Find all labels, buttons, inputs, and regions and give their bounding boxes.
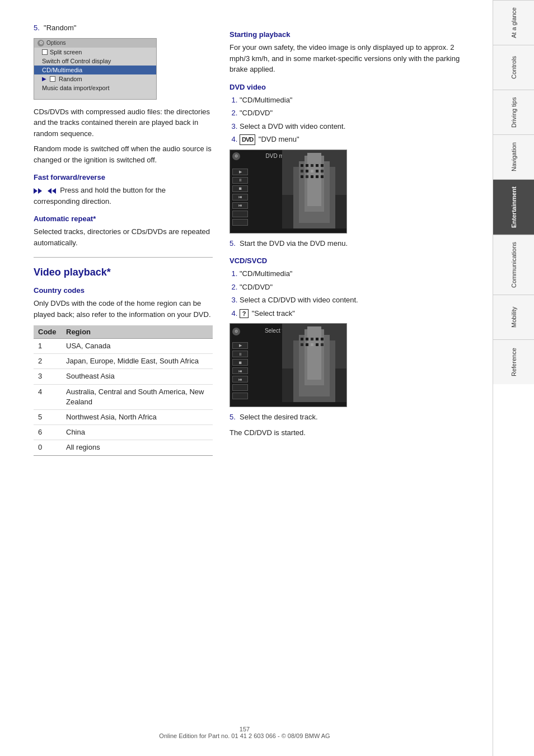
sidebar-tab-communications[interactable]: Communications [493, 235, 534, 295]
starting-playback-body: For your own safety, the video image is … [229, 42, 476, 75]
table-row: 1USA, Canada [34, 339, 213, 354]
vcd-step-1-text: "CD/Multimedia" [240, 269, 292, 278]
cdmultimedia-label: CD/Multimedia [42, 67, 82, 73]
right-column: Starting playback For your own safety, t… [229, 22, 476, 456]
dvd-building-image [282, 150, 346, 233]
table-body: 1USA, Canada2Japan, Europe, Middle East,… [34, 339, 213, 456]
page-footer: 157 Online Edition for Part no. 01 41 2 … [0, 720, 489, 745]
menu-item-splitscreen: Split screen [34, 48, 156, 57]
dvd-logo-icon: DVD [240, 134, 255, 145]
dvd-controls: ▶ ⏸ ⏹ ⏮ ⏭ [232, 164, 283, 231]
dvd-step-4-text: "DVD menu" [259, 135, 299, 143]
auto-repeat-body: Selected tracks, directories or CDs/DVDs… [34, 226, 213, 248]
vcd-step-2-text: "CD/DVD" [240, 283, 273, 291]
svg-rect-7 [306, 164, 308, 167]
table-cell-region: Southeast Asia [62, 369, 213, 384]
svg-rect-35 [311, 343, 313, 346]
table-cell-region: Japan, Europe, Middle East, South Africa [62, 354, 213, 369]
step5-section: 5. "Random" ⚙ Options Split screen [34, 22, 213, 100]
sidebar-tab-driving-tips[interactable]: Driving tips [493, 90, 534, 134]
ctrl-prev: ⏮ [232, 194, 248, 200]
svg-rect-21 [282, 228, 346, 233]
dvd-step-4: DVD "DVD menu" [240, 134, 476, 145]
vcd-gear-icon: ⚙ [232, 328, 240, 335]
vcd-step-2: "CD/DVD" [240, 282, 476, 293]
options-menu-screenshot: ⚙ Options Split screen Switch off Contro… [34, 38, 157, 100]
svg-rect-30 [311, 338, 313, 340]
table-row: 3Southeast Asia [34, 369, 213, 384]
svg-rect-31 [316, 338, 318, 340]
dvd-step5-label: Start the DVD via the DVD menu. [240, 239, 348, 248]
body-text-2: Random mode is switched off when the aud… [34, 143, 213, 165]
vcd-step-3: Select a CD/DVD with video content. [240, 295, 476, 306]
country-codes-table: Code Region 1USA, Canada2Japan, Europe, … [34, 325, 213, 456]
svg-rect-15 [321, 170, 324, 172]
ctrl-misc1 [232, 211, 248, 217]
body-text-1: CDs/DVDs with compressed audio files: th… [34, 106, 213, 139]
splitscreen-checkbox-icon [42, 49, 48, 55]
random-checkbox-icon [50, 76, 55, 82]
svg-rect-18 [311, 175, 313, 178]
svg-rect-8 [311, 164, 313, 167]
dvd-step-3-text: Select a DVD with video content. [240, 122, 345, 130]
ctrl-stop: ⏹ [232, 185, 248, 192]
vcd-svcd-title: VCD/SVCD [229, 256, 476, 265]
question-mark-icon: ? [240, 309, 249, 318]
vcd-building-image [282, 324, 346, 407]
table-header: Code Region [34, 325, 213, 339]
svg-rect-6 [301, 164, 303, 167]
svg-rect-19 [316, 175, 318, 178]
sidebar-tab-entertainment[interactable]: Entertainment [493, 179, 534, 235]
svg-rect-33 [301, 343, 303, 346]
vcd-step5-num: 5. [229, 413, 236, 421]
step5-value: "Random" [44, 24, 76, 32]
table-cell-code: 3 [34, 369, 62, 384]
table-cell-code: 4 [34, 384, 62, 409]
vcd-step-3-text: Select a CD/DVD with video content. [240, 296, 358, 304]
dvd-step5-text: 5. Start the DVD via the DVD menu. [229, 238, 476, 249]
dvd-step-1: "CD/Multimedia" [240, 95, 476, 106]
sidebar-tab-reference[interactable]: Reference [493, 339, 534, 384]
svg-rect-12 [306, 170, 308, 172]
dvd-step-3: Select a DVD with video content. [240, 121, 476, 132]
table-row: 5Northwest Asia, North Africa [34, 409, 213, 424]
vcd-step-1: "CD/Multimedia" [240, 268, 476, 279]
table-cell-code: 1 [34, 339, 62, 354]
col-header-region: Region [62, 325, 213, 339]
menu-title: Options [46, 40, 65, 46]
svg-rect-28 [301, 338, 303, 340]
vcd-step-4-text: "Select track" [252, 309, 295, 318]
dvd-menu-screenshot: ⚙ DVD menu ▶ ⏸ ⏹ ⏮ ⏭ [229, 150, 347, 234]
dvd-video-steps: "CD/Multimedia" "CD/DVD" Select a DVD wi… [240, 95, 476, 145]
sidebar-tab-mobility[interactable]: Mobility [493, 295, 534, 339]
vcd-ctrl-next: ⏭ [232, 376, 248, 382]
table-header-row: Code Region [34, 325, 213, 339]
auto-repeat-title: Automatic repeat* [34, 214, 213, 223]
vcd-step5-label: Select the desired track. [240, 413, 317, 421]
dvd-step-2-text: "CD/DVD" [240, 109, 273, 117]
random-label: Random [59, 76, 82, 82]
musicimport-label: Music data import/export [42, 85, 109, 91]
svg-rect-27 [307, 326, 321, 380]
two-column-layout: 5. "Random" ⚙ Options Split screen [34, 22, 476, 456]
table-cell-code: 6 [34, 425, 62, 440]
svg-rect-38 [282, 402, 346, 407]
dvd-icon-label: DVD "DVD menu" [240, 135, 299, 143]
menu-item-switchoff: Switch off Control display [34, 57, 156, 66]
vcd-ctrl-pause: ⏸ [232, 351, 248, 357]
sidebar-tab-navigation[interactable]: Navigation [493, 134, 534, 179]
dvd-screen-gear-icon: ⚙ [232, 152, 240, 160]
svg-rect-29 [306, 338, 308, 340]
ctrl-play: ▶ [232, 169, 248, 175]
left-column: 5. "Random" ⚙ Options Split screen [34, 22, 213, 456]
vcd-ctrl-misc2 [232, 393, 248, 399]
ctrl-next: ⏭ [232, 202, 248, 209]
vcd-ctrl-stop: ⏹ [232, 359, 248, 366]
step5-text: 5. "Random" [34, 22, 213, 34]
vcd-header-left: ⚙ [232, 326, 240, 335]
sidebar-tab-at-a-glance[interactable]: At a glance [493, 0, 534, 45]
svg-rect-5 [307, 153, 321, 206]
vcd-step5-text: 5. Select the desired track. [229, 412, 476, 423]
sidebar-tab-controls[interactable]: Controls [493, 45, 534, 90]
splitscreen-label: Split screen [50, 49, 82, 55]
